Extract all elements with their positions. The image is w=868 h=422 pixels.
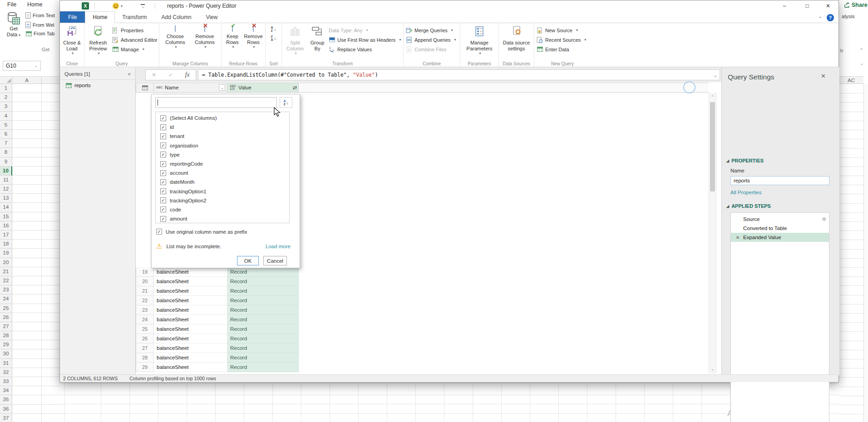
preview-row-number[interactable]: 27 xyxy=(136,343,154,353)
excel-get-data-button[interactable]: Get Data xyxy=(3,11,25,47)
preview-value-cell[interactable]: Record xyxy=(227,343,299,353)
ok-button[interactable]: OK xyxy=(237,256,259,265)
cell-b13[interactable] xyxy=(42,194,59,203)
preview-row-number[interactable]: 29 xyxy=(136,363,154,372)
cell-a35[interactable] xyxy=(12,395,42,404)
cell-b21[interactable] xyxy=(42,267,59,276)
query-name-input[interactable]: reports xyxy=(730,176,829,185)
preview-row-number[interactable]: 21 xyxy=(136,286,154,296)
preview-value-cell[interactable]: Record xyxy=(227,267,299,277)
checkbox-checked-icon[interactable]: ✓ xyxy=(160,170,166,176)
cell-b29[interactable] xyxy=(42,340,59,349)
cell-a18[interactable] xyxy=(12,240,42,249)
cell-a23[interactable] xyxy=(12,285,42,294)
preview-row-number[interactable]: 24 xyxy=(136,315,154,324)
cell-a6[interactable] xyxy=(12,130,42,139)
step-settings-gear-icon[interactable]: ⚙ xyxy=(822,216,826,222)
cell-b6[interactable] xyxy=(42,130,59,139)
preview-row-number[interactable]: 28 xyxy=(136,353,154,363)
cell-b8[interactable] xyxy=(42,148,59,157)
preview-value-cell[interactable]: Record xyxy=(227,277,299,286)
group-by-button[interactable]: Group By xyxy=(307,25,327,59)
excel-vertical-scrollbar[interactable] xyxy=(863,84,868,422)
cell-b20[interactable] xyxy=(42,258,59,267)
preview-row-number[interactable]: 22 xyxy=(136,296,154,305)
row-header-16[interactable]: 16 xyxy=(0,221,12,231)
preview-vertical-scrollbar[interactable]: ⌃ ⌄ xyxy=(709,93,716,373)
cell-b15[interactable] xyxy=(42,212,59,221)
query-list-item-reports[interactable]: reports xyxy=(60,80,135,91)
excel-from-web-button[interactable]: From Wel xyxy=(25,22,54,28)
cell-b17[interactable] xyxy=(42,231,59,240)
column-header-name[interactable]: ABC Name ⌄ xyxy=(154,83,227,93)
recent-sources-button[interactable]: Recent Sources xyxy=(535,35,589,44)
cell-a1[interactable] xyxy=(12,84,42,93)
name-box-dropdown-icon[interactable]: ⌄ xyxy=(34,64,38,68)
preview-row-number[interactable]: 19 xyxy=(136,267,154,277)
table-menu-cell[interactable] xyxy=(136,83,154,93)
row-header-2[interactable]: 2 xyxy=(0,93,12,102)
preview-name-cell[interactable]: balanceSheet xyxy=(154,324,227,334)
checkbox-checked-icon[interactable]: ✓ xyxy=(160,142,166,148)
pq-tab-add-column[interactable]: Add Column xyxy=(154,11,199,23)
remove-rows-button[interactable]: ✕ Remove Rows xyxy=(242,25,264,59)
row-header-3[interactable]: 3 xyxy=(0,102,12,111)
split-column-button[interactable]: Split Column xyxy=(283,25,307,59)
row-header-28[interactable]: 28 xyxy=(0,331,12,340)
column-option-type[interactable]: ✓type xyxy=(156,150,289,159)
cell-b33[interactable] xyxy=(42,377,59,386)
cell-b16[interactable] xyxy=(42,221,59,231)
cell-a26[interactable] xyxy=(12,313,42,322)
cell-b31[interactable] xyxy=(42,359,59,368)
cell-a19[interactable] xyxy=(12,249,42,258)
formula-expand-icon[interactable]: ⌄ xyxy=(714,72,717,78)
formula-bar-expand-icon[interactable]: ⌄ xyxy=(860,61,863,66)
row-header-35[interactable]: 35 xyxy=(0,395,12,404)
remove-columns-button[interactable]: ✕ Remove Columns xyxy=(190,25,220,59)
cell-b9[interactable] xyxy=(42,157,59,167)
applied-steps-section-header[interactable]: ◢ APPLIED STEPS xyxy=(726,203,771,209)
cell-b32[interactable] xyxy=(42,368,59,377)
cell-a32[interactable] xyxy=(12,368,42,377)
expand-column-icon[interactable]: ⇄ xyxy=(293,85,297,91)
close-button[interactable]: ✕ xyxy=(820,1,836,11)
preview-row-number[interactable]: 26 xyxy=(136,334,154,343)
cell-b36[interactable] xyxy=(42,405,59,414)
cell-a30[interactable] xyxy=(12,349,42,358)
row-header-9[interactable]: 9 xyxy=(0,157,12,167)
preview-name-cell[interactable]: balanceSheet xyxy=(154,267,227,277)
cell-a21[interactable] xyxy=(12,267,42,276)
cell-b30[interactable] xyxy=(42,349,59,358)
row-header-8[interactable]: 8 xyxy=(0,148,12,157)
checkbox-checked-icon[interactable]: ✓ xyxy=(160,179,166,185)
cell-a7[interactable] xyxy=(12,139,42,148)
cell-a3[interactable] xyxy=(12,102,42,111)
row-header-6[interactable]: 6 xyxy=(0,130,12,139)
cell-b22[interactable] xyxy=(42,276,59,285)
row-header-7[interactable]: 7 xyxy=(0,139,12,148)
properties-button[interactable]: Properties xyxy=(111,25,158,35)
cell-b35[interactable] xyxy=(42,395,59,404)
column-option-code[interactable]: ✓code xyxy=(156,205,289,214)
cell-b2[interactable] xyxy=(42,93,59,102)
delete-step-icon[interactable]: ✕ xyxy=(735,235,741,240)
pq-tab-home[interactable]: Home xyxy=(85,11,115,23)
row-header-30[interactable]: 30 xyxy=(0,349,12,358)
row-header-13[interactable]: 13 xyxy=(0,194,12,203)
sort-descending-button[interactable]: ZA↓ xyxy=(269,34,277,43)
cell-b23[interactable] xyxy=(42,285,59,294)
preview-name-cell[interactable]: balanceSheet xyxy=(154,286,227,296)
cell-a22[interactable] xyxy=(12,276,42,285)
use-first-row-as-headers-button[interactable]: Use First Row as Headers xyxy=(327,35,402,44)
close-settings-icon[interactable]: ✕ xyxy=(821,73,826,79)
prefix-checkbox[interactable]: ✓ xyxy=(156,229,162,235)
minimize-button[interactable]: – xyxy=(777,1,792,11)
preview-value-cell[interactable]: Record xyxy=(227,334,299,343)
scrollbar-thumb[interactable] xyxy=(710,102,715,191)
preview-value-cell[interactable]: Record xyxy=(227,324,299,334)
checkbox-checked-icon[interactable]: ✓ xyxy=(160,216,166,222)
row-header-20[interactable]: 20 xyxy=(0,258,12,267)
cell-a10[interactable] xyxy=(12,167,42,176)
cell-b27[interactable] xyxy=(42,322,59,331)
pq-tab-transform[interactable]: Transform xyxy=(115,11,154,23)
